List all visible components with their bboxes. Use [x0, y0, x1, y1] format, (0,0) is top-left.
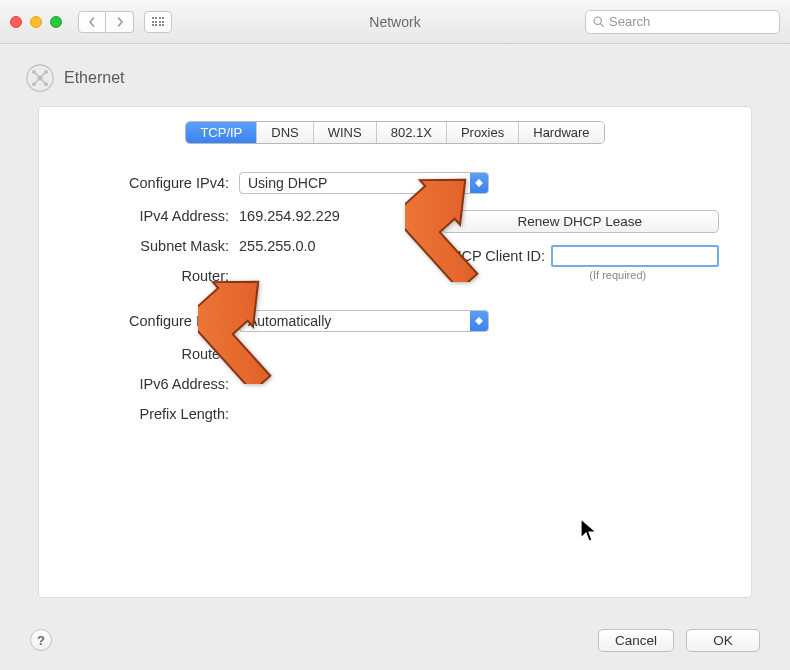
cancel-button[interactable]: Cancel — [598, 629, 674, 652]
window-controls — [10, 16, 62, 28]
dropdown-stepper-icon — [470, 311, 488, 331]
show-all-button[interactable] — [144, 11, 172, 33]
configure-ipv4-label: Configure IPv4: — [69, 175, 239, 191]
tab-bar: TCP/IPDNSWINS802.1XProxiesHardware — [39, 121, 751, 144]
connection-header: Ethernet — [0, 44, 790, 108]
form-area: Configure IPv4: Using DHCP IPv4 Address:… — [39, 172, 751, 422]
dhcp-client-id-input[interactable] — [551, 245, 719, 267]
zoom-window-button[interactable] — [50, 16, 62, 28]
minimize-window-button[interactable] — [30, 16, 42, 28]
close-window-button[interactable] — [10, 16, 22, 28]
forward-button[interactable] — [106, 11, 134, 33]
tab-wins[interactable]: WINS — [314, 122, 377, 143]
grid-icon — [152, 17, 165, 26]
configure-ipv4-value: Using DHCP — [248, 175, 327, 191]
dropdown-stepper-icon — [470, 173, 488, 193]
ok-button[interactable]: OK — [686, 629, 760, 652]
settings-panel: TCP/IPDNSWINS802.1XProxiesHardware Confi… — [38, 106, 752, 598]
search-placeholder: Search — [609, 14, 650, 29]
chevron-right-icon — [115, 17, 125, 27]
search-input[interactable]: Search — [585, 10, 780, 34]
ethernet-icon — [24, 62, 56, 94]
svg-point-7 — [45, 83, 47, 85]
ipv4-address-value: 169.254.92.229 — [239, 208, 340, 224]
router-label: Router: — [69, 268, 239, 284]
footer: ? Cancel OK — [0, 610, 790, 670]
tab-tcpip[interactable]: TCP/IP — [186, 122, 257, 143]
network-settings-window: Network Search Ethernet — [0, 0, 790, 670]
help-button[interactable]: ? — [30, 629, 52, 651]
nav-buttons — [78, 11, 134, 33]
subnet-mask-value: 255.255.0.0 — [239, 238, 316, 254]
svg-point-5 — [45, 71, 47, 73]
dhcp-client-id-label: DHCP Client ID: — [441, 248, 545, 264]
tab-dns[interactable]: DNS — [257, 122, 313, 143]
ipv6-address-label: IPv6 Address: — [69, 376, 239, 392]
svg-point-3 — [38, 76, 42, 80]
configure-ipv6-value: Automatically — [248, 313, 331, 329]
chevron-left-icon — [87, 17, 97, 27]
ipv4-address-label: IPv4 Address: — [69, 208, 239, 224]
router6-label: Router: — [69, 346, 239, 362]
back-button[interactable] — [78, 11, 106, 33]
svg-point-6 — [33, 83, 35, 85]
dhcp-side-controls: Renew DHCP Lease DHCP Client ID: (If req… — [441, 210, 719, 281]
configure-ipv4-select[interactable]: Using DHCP — [239, 172, 489, 194]
configure-ipv6-select[interactable]: Automatically — [239, 310, 489, 332]
configure-ipv6-label: Configure IPv6: — [69, 313, 239, 329]
prefix-length-label: Prefix Length: — [69, 406, 239, 422]
search-icon — [592, 15, 605, 28]
tab-proxies[interactable]: Proxies — [447, 122, 519, 143]
renew-dhcp-button[interactable]: Renew DHCP Lease — [441, 210, 719, 233]
connection-name: Ethernet — [64, 69, 124, 87]
subnet-mask-label: Subnet Mask: — [69, 238, 239, 254]
tab-hardware[interactable]: Hardware — [519, 122, 603, 143]
svg-line-1 — [601, 24, 604, 27]
tab-8021x[interactable]: 802.1X — [377, 122, 447, 143]
dhcp-client-id-hint: (If required) — [517, 269, 719, 281]
svg-point-4 — [33, 71, 35, 73]
titlebar: Network Search — [0, 0, 790, 44]
